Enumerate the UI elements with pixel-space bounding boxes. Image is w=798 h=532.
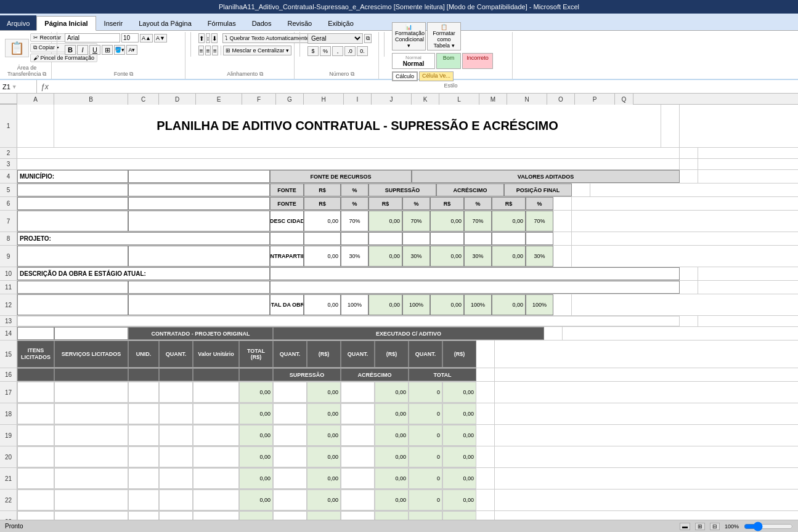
cell-descricao-label[interactable]: DESCRIÇÃO DA OBRA E ESTÁGIO ATUAL:: [17, 267, 270, 280]
tab-arquivo[interactable]: Arquivo: [0, 15, 36, 30]
cell-j19[interactable]: 0,00: [375, 425, 409, 446]
tab-exibicao[interactable]: Exibição: [320, 15, 362, 30]
cell-b6[interactable]: [128, 197, 270, 210]
cell-contrapartida-sup-rs[interactable]: 0,00: [368, 246, 402, 267]
cell-b21[interactable]: [54, 468, 128, 489]
cell-j22[interactable]: 0,00: [375, 490, 409, 510]
cell-i19[interactable]: [341, 425, 375, 446]
cell-projeto-label[interactable]: PROJETO:: [17, 232, 270, 245]
tab-formulas[interactable]: Fórmulas: [200, 15, 244, 30]
view-page-break-button[interactable]: ⊟: [710, 523, 720, 530]
cell-i22[interactable]: [341, 490, 375, 510]
cell-q2[interactable]: [680, 148, 698, 158]
cell-h22[interactable]: 0,00: [307, 490, 341, 510]
cell-b22[interactable]: [54, 490, 128, 510]
style-normal-cell[interactable]: Normal Normal: [392, 53, 435, 69]
number-format-button[interactable]: ⧉: [364, 34, 372, 43]
cell-contrapartida-pos-rs[interactable]: 0,00: [492, 246, 526, 267]
tab-revisao[interactable]: Revisão: [279, 15, 320, 30]
cell-k8[interactable]: [526, 232, 553, 245]
cell-g17[interactable]: [273, 382, 307, 403]
cell-b5[interactable]: [128, 183, 270, 196]
cell-i20[interactable]: [341, 446, 375, 467]
cell-f19[interactable]: 0,00: [239, 425, 273, 446]
cell-c8[interactable]: [270, 232, 304, 245]
cell-b18[interactable]: [54, 403, 128, 424]
cell-a18[interactable]: [17, 403, 54, 424]
view-layout-button[interactable]: ⊞: [695, 523, 705, 530]
underline-button[interactable]: U: [89, 45, 100, 55]
cell-a19[interactable]: [17, 425, 54, 446]
cell-q1[interactable]: [661, 105, 680, 147]
align-center-button[interactable]: ≡: [205, 46, 211, 55]
comma-button[interactable]: ,: [332, 46, 343, 56]
cell-b9[interactable]: [128, 246, 270, 267]
cell-j17[interactable]: 0,00: [375, 382, 409, 403]
fill-color-button[interactable]: 🪣▾: [114, 45, 125, 55]
cell-a9[interactable]: [17, 246, 128, 267]
cell-c20[interactable]: [128, 446, 159, 467]
cell-contrapartida-acr-rs[interactable]: 0,00: [430, 246, 464, 267]
col-header-g[interactable]: G: [276, 94, 304, 105]
cell-a12[interactable]: [17, 294, 128, 315]
conditional-format-button[interactable]: 📊 Formatação Condicional ▾: [392, 22, 426, 50]
view-normal-button[interactable]: ▬: [680, 523, 690, 530]
cell-h8[interactable]: [430, 232, 464, 245]
cell-a22[interactable]: [17, 490, 54, 510]
cell-d17[interactable]: [159, 382, 193, 403]
cell-badesc-rs[interactable]: 0,00: [304, 211, 341, 232]
cell-total-obra-rs[interactable]: 0,00: [304, 294, 341, 315]
cell-q13[interactable]: [680, 316, 698, 326]
cell-l22[interactable]: 0,00: [442, 490, 476, 510]
cell-c22[interactable]: [128, 490, 159, 510]
cell-k17[interactable]: 0: [409, 382, 442, 403]
cell-b12[interactable]: [128, 294, 270, 315]
cell-b14[interactable]: [54, 327, 128, 340]
col-header-m[interactable]: M: [479, 94, 507, 105]
cell-q17[interactable]: [476, 382, 495, 403]
decimal-increase-button[interactable]: .0: [344, 46, 356, 56]
cell-a14[interactable]: [17, 327, 54, 340]
cell-q9[interactable]: [553, 246, 572, 267]
merge-center-button[interactable]: ⊞ Mesclar e Centralizar ▾: [223, 46, 291, 55]
col-header-h[interactable]: H: [304, 94, 344, 105]
cell-g22[interactable]: [273, 490, 307, 510]
col-header-e[interactable]: E: [196, 94, 242, 105]
cell-municipio-label[interactable]: MUNICÍPIO:: [17, 170, 128, 183]
tab-dados[interactable]: Dados: [244, 15, 280, 30]
col-header-f[interactable]: F: [242, 94, 276, 105]
cell-a20[interactable]: [17, 446, 54, 467]
tab-layout[interactable]: Layout da Página: [131, 15, 200, 30]
tab-inserir[interactable]: Inserir: [96, 15, 131, 30]
cell-e21[interactable]: [193, 468, 239, 489]
cell-j18[interactable]: 0,00: [375, 403, 409, 424]
cell-q11[interactable]: [680, 281, 698, 294]
cell-f18[interactable]: 0,00: [239, 403, 273, 424]
cell-q7[interactable]: [553, 211, 572, 232]
cell-h20[interactable]: 0,00: [307, 446, 341, 467]
cell-e18[interactable]: [193, 403, 239, 424]
cell-q5[interactable]: [572, 183, 590, 196]
cell-total-sup-rs[interactable]: 0,00: [368, 294, 402, 315]
cell-municipio-value[interactable]: [128, 170, 270, 183]
cell-k18[interactable]: 0: [409, 403, 442, 424]
cell-e8[interactable]: [341, 232, 368, 245]
cell-d22[interactable]: [159, 490, 193, 510]
cell-contrapartida-rs[interactable]: 0,00: [304, 246, 341, 267]
style-celulav-cell[interactable]: Célula Ve...: [419, 71, 454, 81]
cell-i18[interactable]: [341, 403, 375, 424]
cell-f8[interactable]: [368, 232, 402, 245]
style-incorreto-cell[interactable]: Incorreto: [462, 53, 493, 69]
col-header-n[interactable]: N: [507, 94, 547, 105]
font-size-decrease-button[interactable]: A▼: [154, 34, 167, 42]
cell-j8[interactable]: [492, 232, 526, 245]
cell-d8[interactable]: [304, 232, 341, 245]
cell-a1[interactable]: [17, 105, 54, 147]
cell-j21[interactable]: 0,00: [375, 468, 409, 489]
cell-d19[interactable]: [159, 425, 193, 446]
cell-e17[interactable]: [193, 382, 239, 403]
col-header-a[interactable]: A: [17, 94, 54, 105]
cell-badesc-acr-rs[interactable]: 0,00: [430, 211, 464, 232]
col-header-i[interactable]: I: [344, 94, 372, 105]
col-header-q[interactable]: Q: [615, 94, 633, 105]
